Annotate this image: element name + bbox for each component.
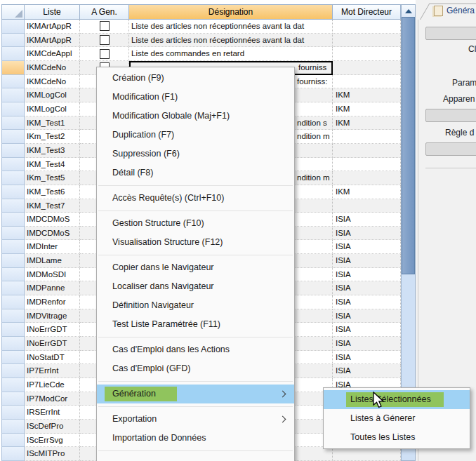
row-header[interactable] — [1, 434, 25, 448]
table-row[interactable]: IKMCdeApplListe des commandes en retard — [1, 47, 401, 61]
row-header[interactable] — [1, 34, 25, 48]
context-menu-item[interactable]: Cas d'Emploi dans les Actions — [97, 340, 294, 359]
cell-mot-directeur — [333, 447, 401, 461]
cell-mot-directeur: ISIA — [333, 295, 401, 309]
cell-mot-directeur: ISIA — [333, 351, 401, 365]
row-header[interactable] — [1, 281, 25, 295]
menu-item-label: Modification Globale (Maj+F1) — [112, 111, 230, 121]
cell-mot-directeur — [333, 130, 401, 144]
row-header[interactable] — [1, 158, 25, 172]
context-menu-item[interactable]: Modification (F1) — [97, 88, 294, 107]
row-header[interactable] — [1, 116, 25, 131]
table-row[interactable]: IKMArtAppRListe des articles non récepti… — [1, 34, 401, 48]
row-header[interactable] — [1, 61, 25, 75]
row-header[interactable] — [1, 75, 25, 89]
context-menu-item[interactable]: Gestion Structure (F10) — [97, 214, 294, 233]
menu-separator — [98, 337, 293, 338]
cell-a-gen — [80, 47, 129, 61]
submenu-item[interactable]: Toutes les Listes — [324, 428, 470, 447]
cell-liste: IMDPanne — [25, 281, 80, 295]
row-header[interactable] — [1, 199, 25, 213]
cell-mot-directeur: ISIA — [333, 240, 401, 254]
menu-separator — [98, 211, 293, 211]
cell-mot-directeur — [333, 61, 401, 75]
cell-liste: IMDCDMoS — [25, 213, 80, 227]
row-header[interactable] — [1, 420, 25, 434]
column-header-mot-directeur[interactable]: Mot Directeur — [333, 4, 401, 20]
cell-mot-directeur: ISIA — [333, 323, 401, 337]
list-manager-screen: Généra Cl Param Apparen Règle d IKMArtAp… — [0, 0, 476, 461]
row-header[interactable] — [1, 364, 25, 378]
context-menu-item[interactable]: Copier dans le Navigateur — [97, 258, 294, 277]
column-header-designation[interactable]: Désignation — [129, 4, 333, 20]
row-header[interactable] — [1, 268, 25, 282]
context-menu-item[interactable]: Définition Navigateur — [97, 296, 294, 315]
row-header[interactable] — [1, 144, 25, 158]
up-arrow-icon — [405, 9, 412, 13]
cell-mot-directeur: IKM — [333, 102, 401, 116]
row-header[interactable] — [1, 337, 25, 351]
row-header[interactable] — [1, 102, 25, 116]
context-menu-item[interactable]: Suppression (F6) — [97, 145, 294, 163]
row-header[interactable] — [1, 240, 25, 254]
cell-a-gen — [80, 34, 129, 48]
column-header-liste[interactable]: Liste — [25, 4, 80, 20]
row-header[interactable] — [1, 254, 25, 268]
cell-mot-directeur: ISIA — [333, 268, 401, 282]
row-header[interactable] — [1, 88, 25, 102]
cell-liste: IRSErrInt — [25, 406, 80, 420]
menu-item-label: Cas d'Emploi dans les Actions — [112, 345, 230, 354]
lists-table-header: Liste A Gen. Désignation Mot Directeur — [1, 4, 401, 20]
cell-liste: INoErrGDT — [25, 323, 80, 337]
cell-mot-directeur — [333, 47, 401, 61]
cell-liste: IKM_Test1 — [25, 116, 80, 131]
context-menu-item[interactable]: Exportation — [97, 410, 294, 429]
scroll-up-button[interactable] — [402, 5, 415, 18]
cell-liste: IKMLogCol — [25, 102, 80, 116]
context-menu-item[interactable]: Visualisation Structure (F12) — [97, 233, 294, 252]
context-menu-item[interactable]: Duplication (F7) — [97, 126, 294, 145]
checkbox[interactable] — [100, 35, 110, 45]
row-header[interactable] — [1, 447, 25, 461]
row-header[interactable] — [1, 130, 25, 144]
checkbox[interactable] — [100, 49, 110, 59]
context-menu-item[interactable]: Accès Requête(s) (Ctrl+F10) — [97, 189, 294, 208]
cell-mot-directeur — [333, 75, 401, 89]
row-header[interactable] — [1, 227, 25, 241]
row-header[interactable] — [1, 295, 25, 309]
generation-submenu: Listes SélectionnéesListes à GénererTout… — [323, 387, 470, 449]
context-menu-item[interactable]: Importation de Données — [97, 429, 294, 448]
row-header[interactable] — [1, 47, 25, 61]
column-header-a-gen[interactable]: A Gen. — [80, 4, 129, 20]
cell-mot-directeur: ISIA — [333, 337, 401, 351]
cell-mot-directeur — [333, 144, 401, 158]
cell-liste: INoErrGDT — [25, 337, 80, 351]
row-header[interactable] — [1, 378, 25, 392]
submenu-item[interactable]: Listes Sélectionnées — [324, 390, 470, 409]
checkbox[interactable] — [100, 21, 110, 31]
context-menu-item[interactable]: Test Liste Paramétrée (F11) — [97, 315, 294, 334]
select-all-corner[interactable] — [1, 4, 25, 20]
row-header[interactable] — [1, 185, 25, 199]
row-header[interactable] — [1, 171, 25, 185]
table-row[interactable]: IKMArtAppRListe des articles non récepti… — [1, 20, 401, 34]
submenu-chevron-icon — [279, 391, 286, 398]
row-header[interactable] — [1, 20, 25, 34]
row-header[interactable] — [1, 392, 25, 406]
cell-liste: IP7ErrInt — [25, 364, 80, 378]
row-header[interactable] — [1, 323, 25, 337]
row-header[interactable] — [1, 351, 25, 365]
row-header[interactable] — [1, 309, 25, 323]
corner-triangle-icon — [15, 10, 22, 18]
context-menu-item[interactable]: Modification Globale (Maj+F1) — [97, 107, 294, 126]
context-menu-item[interactable]: Génération — [97, 385, 294, 403]
context-menu-item[interactable]: Localiser dans Navigateur — [97, 277, 294, 296]
context-menu-item[interactable]: Cas d'Emploi (GFD) — [97, 359, 294, 378]
scrollbar-thumb[interactable] — [402, 17, 415, 274]
row-header[interactable] — [1, 213, 25, 227]
row-header[interactable] — [1, 406, 25, 420]
cell-liste: IKM_Test7 — [25, 199, 80, 213]
context-menu-item[interactable]: Création (F9) — [97, 69, 294, 88]
submenu-item[interactable]: Listes à Génerer — [324, 409, 470, 428]
context-menu-item[interactable]: Détail (F8) — [97, 163, 294, 182]
